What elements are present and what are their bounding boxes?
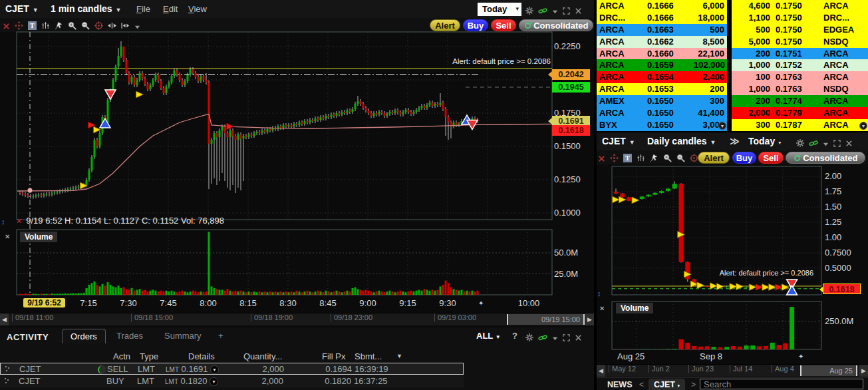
news-title: NEWS [607,380,633,389]
level2-row[interactable]: ARCA0.1653200 [597,83,727,95]
level2-row[interactable]: 5,0000.1750NSDQ [732,36,868,48]
level2-row[interactable]: 3000.1787ARCA [732,119,868,131]
level2-price: 0.1752 [773,59,821,71]
scroll-right-button[interactable]: ▶ [859,365,868,377]
level2-mmid: ARCA [597,107,645,119]
bids-scroll-down-icon[interactable]: ▼ [718,122,726,130]
prev-symbol-button[interactable]: < [639,380,644,389]
level2-row[interactable]: 1,1000.1750DRC... [732,12,868,24]
marker-yr [613,196,620,203]
level2-row[interactable]: 5000.1750EDGEA [732,24,868,36]
order-row-sell[interactable]: CJETSELLLMTLMT 0.1691 ▼2,0000.169416:39:… [0,363,464,375]
column-header-sbmt[interactable]: Sbmt... [355,351,382,361]
price-chart-canvas[interactable] [0,0,594,297]
level2-size: 200 [732,95,773,107]
scrollbar-date-label: 09/18 19:00 [251,313,293,321]
column-header-type[interactable]: Type [140,351,158,361]
level2-row[interactable]: BYX0.16503,000 [597,119,727,131]
level2-row[interactable]: 1000.1763ARCA [732,71,868,83]
marker-rr [756,284,763,291]
time-tick: 7:15 [80,298,96,308]
tab-add[interactable]: + [210,329,231,343]
level2-row[interactable]: ARCA0.16542,400 [597,71,727,83]
column-header-quantity[interactable]: Quantity... [243,351,282,361]
level2-row[interactable]: ARCA0.16666,000 [597,0,727,12]
order-fill-price: 0.1820 [307,376,351,386]
order-type: LMT [138,364,155,374]
level2-row[interactable]: ARCA0.166022,100 [597,48,727,60]
marker-yr [762,284,770,291]
level2-size: 1,000 [732,83,773,95]
level2-size: 500 [732,24,773,36]
win-expand-icon[interactable] [563,332,570,344]
tab-orders[interactable]: Orders [62,329,106,343]
next-symbol-button[interactable]: > [691,380,696,389]
column-header-details[interactable]: Details [188,351,215,361]
marker-yr [782,284,789,291]
order-row-buy[interactable]: CJETBUYLMTLMT 0.1820 ▼2,0000.182016:37:2… [0,375,464,387]
level2-size: 500 [691,24,727,36]
win-gear-icon[interactable] [525,332,533,344]
level2-row[interactable]: ARCA0.1659102,000 [597,59,727,71]
news-symbol-tab[interactable]: CJET ▾ [649,379,685,390]
level2-mmid: ARCA [597,48,645,60]
win-close-gray-icon[interactable] [575,332,582,344]
level2-row[interactable]: ARCA0.1663500 [597,24,727,36]
chart2-scrollbar[interactable]: ◀May 12Jun 2Jun 23Jul 14Aug 4Aug 25▶ [597,364,868,377]
filter-dropdown[interactable]: ALL ▼ [476,331,501,341]
level2-mmid: DRC... [597,12,645,24]
win-caret-down-icon[interactable] [552,332,558,344]
sort-indicator-icon[interactable]: ▼ [396,353,402,359]
price-adjust-dropdown[interactable]: ▼ [210,377,218,386]
level2-mmid: ARCA [821,71,868,83]
tab-trades[interactable]: Trades [108,329,151,343]
time-tick: Sep 8 [700,351,722,361]
level2-price: 0.1654 [645,71,691,83]
level2-size: 8,500 [691,36,727,48]
help-icon[interactable]: ? [512,331,517,341]
level2-row[interactable]: 1,0000.1752ARCA [732,59,868,71]
chart-window-daily: CJET▼ Daily candles▼ ≫ Today▾ T Alert Bu… [597,132,868,377]
level2-price: 0.1663 [645,24,691,36]
time-tick: 7:30 [120,298,136,308]
level2-row[interactable]: 2,0000.1779ARCA [732,107,868,119]
news-search-input[interactable] [700,379,863,389]
scroll-right-button[interactable]: ▶ [585,313,594,325]
scroll-left-button[interactable]: ◀ [0,313,9,325]
level2-row[interactable]: 4,6000.1750ARCA [732,0,868,12]
scrollbar-date-label: 09/18 15:00 [131,313,173,321]
level2-row[interactable]: AMEX0.1650300 [597,95,727,107]
level2-mmid: ARCA [821,107,868,119]
level2-size: 300 [732,119,773,131]
level2-row[interactable]: ARCA0.16628,500 [597,36,727,48]
chart1-scrollbar[interactable]: ◀09/18 11:0009/18 15:0009/18 19:0009/18 … [0,313,594,325]
price-chart-canvas[interactable] [597,132,868,352]
scrollbar-date-label: Jul 14 [730,365,752,373]
level2-mmid: ARCA [821,95,868,107]
scrollbar-thumb[interactable]: Aug 25 [800,365,857,376]
column-header-actn[interactable]: Actn [113,351,130,361]
level2-price: 0.1751 [773,48,821,60]
level2-price: 0.1662 [645,36,691,48]
cursor-position-icon: ✦ [478,299,484,307]
level2-row[interactable]: 2000.1774ARCA [732,95,868,107]
level2-size: 22,100 [691,48,727,60]
level2-price: 0.1779 [773,107,821,119]
level2-row[interactable]: DRC...0.166618,000 [597,12,727,24]
level2-size: 4,600 [732,0,773,12]
column-header-fillpx[interactable]: Fill Px [322,351,345,361]
level2-size: 100 [732,71,773,83]
scrollbar-thumb[interactable]: 09/19 15:00 [507,314,585,325]
win-link-icon[interactable] [538,332,547,344]
scroll-left-button[interactable]: ◀ [597,365,605,377]
scrollbar-date-label: 09/18 11:00 [12,313,53,321]
tab-summary[interactable]: Summary [156,329,210,343]
price-adjust-dropdown[interactable]: ▼ [210,365,219,374]
asks-scroll-down-icon[interactable]: ▼ [859,122,867,130]
order-submit-time: 16:37:25 [354,376,388,386]
level2-size: 41,400 [691,107,727,119]
level2-row[interactable]: 2000.1751ARCA [732,48,868,60]
time-tick: 8:15 [239,298,256,308]
level2-row[interactable]: ARCA0.165041,400 [597,107,727,119]
level2-row[interactable]: 1,0000.1763NSDQ [732,83,868,95]
